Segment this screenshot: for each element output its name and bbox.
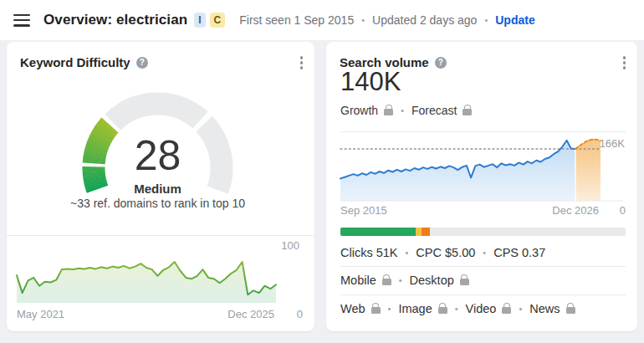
separator-dot: •	[361, 15, 365, 25]
item-label: CPS 0.37	[493, 246, 545, 259]
growth-item[interactable]: Growth	[340, 104, 393, 117]
news-item[interactable]: News	[529, 302, 575, 315]
axis-label-zero: 0	[297, 308, 303, 320]
more-options-icon[interactable]	[620, 53, 630, 73]
mixed-clicks-segment	[416, 228, 422, 236]
search-volume-card: Search volume ? 140K Growth•Forecast 166…	[326, 42, 637, 331]
axis-label-start: Sep 2015	[340, 204, 387, 217]
update-link[interactable]: Update	[495, 13, 534, 27]
organic-clicks-segment	[340, 228, 416, 236]
separator-dot: •	[519, 304, 522, 314]
lock-icon	[502, 307, 511, 314]
item-label: Forecast	[411, 104, 457, 117]
mobile-item[interactable]: Mobile	[340, 274, 391, 287]
item-label: Growth	[340, 104, 378, 117]
search-volume-chart[interactable]: 166K	[326, 132, 637, 209]
kd-chart-axis: May 2021 Dec 2025 0	[17, 308, 303, 321]
lock-icon	[460, 279, 469, 285]
intent-badge-commercial[interactable]: C	[210, 13, 226, 28]
divider	[7, 235, 314, 236]
item-label: CPC $5.00	[416, 246, 475, 259]
item-label: Mobile	[340, 274, 376, 287]
bar-track-remainder	[430, 228, 626, 236]
item-label: Clicks 51K	[340, 246, 398, 259]
kd-card-title: Keyword Difficulty	[20, 55, 130, 69]
divider	[340, 294, 626, 295]
separator-dot: •	[401, 105, 404, 115]
menu-icon[interactable]	[13, 14, 30, 27]
devices-row: Mobile•Desktop	[340, 274, 469, 287]
first-seen-text: First seen 1 Sep 2015	[239, 13, 354, 27]
cps-0-37-item: CPS 0.37	[493, 246, 545, 259]
svg-text:100: 100	[281, 239, 299, 252]
clicks-stats-row: Clicks 51K•CPC $5.00•CPS 0.37	[340, 246, 545, 259]
separator-dot: •	[406, 248, 409, 258]
axis-label-end: Dec 2025	[227, 308, 274, 320]
item-label: Video	[466, 302, 497, 315]
forecast-item[interactable]: Forecast	[411, 104, 472, 117]
separator-dot: •	[484, 15, 488, 25]
keyword-difficulty-card: Keyword Difficulty ? 28 Medium ~33 ref. …	[7, 42, 314, 331]
web-item[interactable]: Web	[340, 302, 381, 315]
axis-label-start: May 2021	[17, 308, 64, 320]
lock-icon	[463, 109, 472, 115]
search-volume-value: 140K	[340, 67, 401, 97]
keyword-meta: First seen 1 Sep 2015 • Updated 2 days a…	[239, 13, 534, 27]
svg-text:166K: 166K	[600, 137, 626, 150]
item-label: Web	[340, 302, 365, 315]
paid-clicks-segment	[422, 228, 430, 236]
separator-dot: •	[483, 248, 486, 258]
lock-icon	[438, 307, 447, 314]
image-item[interactable]: Image	[398, 302, 447, 315]
separator-dot: •	[399, 275, 402, 285]
item-label: Desktop	[410, 274, 454, 287]
platforms-row: Web•Image•Video•News	[340, 302, 575, 315]
lock-icon	[382, 279, 391, 285]
lock-icon	[384, 109, 393, 115]
lock-icon	[371, 307, 381, 314]
axis-label-end: Dec 2026	[552, 204, 599, 217]
volume-chart-axis: Sep 2015 Dec 2026 0	[340, 204, 626, 218]
updated-text: Updated 2 days ago	[372, 13, 477, 27]
cpc-5-00-item: CPC $5.00	[416, 246, 475, 259]
item-label: News	[529, 302, 560, 315]
page-title: Overview: electrician	[43, 12, 187, 28]
kd-ref-domains-note: ~33 ref. domains to rank in top 10	[7, 197, 309, 210]
separator-dot: •	[455, 304, 458, 314]
axis-label-zero: 0	[620, 204, 626, 217]
kd-level-label: Medium	[7, 182, 309, 196]
kd-score-value: 28	[7, 134, 309, 177]
video-item[interactable]: Video	[466, 302, 512, 315]
kd-card-header: Keyword Difficulty ?	[20, 53, 306, 73]
separator-dot: •	[388, 304, 391, 314]
top-bar: Overview: electrician I C First seen 1 S…	[0, 0, 644, 40]
help-icon[interactable]: ?	[435, 57, 447, 69]
item-label: Image	[398, 302, 432, 315]
clicks-distribution-bar	[340, 228, 626, 236]
lock-icon	[566, 307, 575, 314]
growth-forecast-toggles: Growth•Forecast	[340, 104, 472, 117]
more-options-icon[interactable]	[297, 53, 307, 73]
desktop-item[interactable]: Desktop	[410, 274, 469, 287]
help-icon[interactable]: ?	[136, 57, 148, 69]
clicks-51k-item: Clicks 51K	[340, 246, 398, 259]
divider	[340, 266, 626, 267]
intent-badge-informational[interactable]: I	[194, 13, 205, 28]
